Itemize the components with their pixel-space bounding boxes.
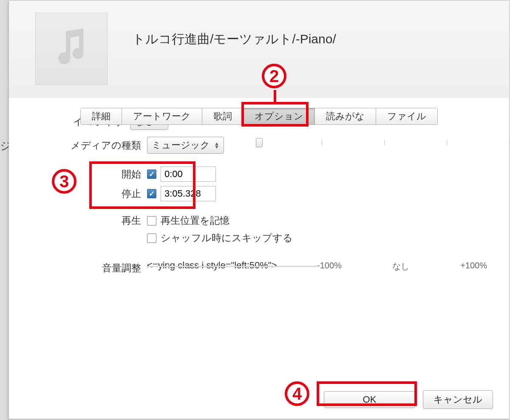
artwork-thumbnail bbox=[35, 13, 108, 85]
song-info-dialog: トルコ行進曲/モーツァルト/-Piano/ 詳細 アートワーク 歌詞 オプション… bbox=[8, 1, 509, 419]
stop-time-label: 停止 bbox=[26, 187, 147, 200]
tab-sort[interactable]: 読みがな bbox=[315, 108, 376, 124]
cancel-button[interactable]: キャンセル bbox=[423, 390, 493, 409]
start-time-checkbox[interactable] bbox=[147, 169, 156, 179]
tab-bar: 詳細 アートワーク 歌詞 オプション 読みがな ファイル bbox=[9, 108, 509, 125]
skip-shuffle-checkbox[interactable] bbox=[147, 234, 156, 243]
volume-label: 音量調整 bbox=[26, 260, 147, 275]
tab-lyrics[interactable]: 歌詞 bbox=[202, 108, 244, 124]
volume-slider-thumb[interactable] bbox=[256, 138, 263, 147]
ok-button[interactable]: OK bbox=[324, 391, 415, 408]
tab-file[interactable]: ファイル bbox=[376, 108, 437, 124]
stop-time-checkbox[interactable] bbox=[147, 189, 156, 198]
tab-options[interactable]: オプション bbox=[244, 108, 315, 124]
song-title: トルコ行進曲/モーツァルト/-Piano/ bbox=[132, 31, 336, 48]
media-kind-select[interactable]: ミュージック ▲▼ bbox=[147, 137, 224, 154]
remember-position-checkbox[interactable] bbox=[147, 216, 156, 226]
updown-icon: ▲▼ bbox=[214, 142, 219, 149]
volume-slider[interactable]: <=ying class i style="left:50%"> bbox=[147, 260, 317, 273]
remember-position-label: 再生位置を記憶 bbox=[161, 214, 230, 227]
stop-time-input[interactable] bbox=[161, 186, 216, 201]
dialog-header: トルコ行進曲/モーツァルト/-Piano/ bbox=[9, 1, 509, 99]
volume-scale: -100% なし +100% bbox=[317, 261, 487, 272]
skip-shuffle-label: シャッフル時にスキップする bbox=[161, 231, 293, 245]
media-kind-label: メディアの種類 bbox=[26, 139, 147, 152]
start-time-input[interactable] bbox=[161, 166, 216, 182]
music-note-icon bbox=[54, 28, 88, 69]
options-panel: メディアの種類 ミュージック ▲▼ 開始 停止 再生 再生位置を記憶 bbox=[9, 137, 509, 277]
start-time-label: 開始 bbox=[26, 168, 147, 181]
playback-label: 再生 bbox=[26, 214, 147, 227]
tab-details[interactable]: 詳細 bbox=[81, 108, 122, 124]
tab-artwork[interactable]: アートワーク bbox=[122, 108, 202, 124]
